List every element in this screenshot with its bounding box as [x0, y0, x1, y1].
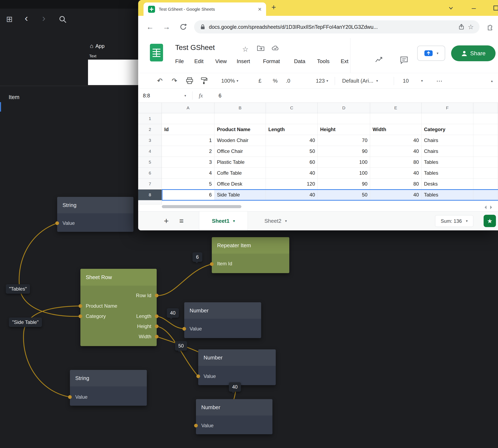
sum-badge[interactable]: Sum: 136▾ [435, 215, 473, 227]
node-string-bottom[interactable]: String Value [70, 370, 147, 406]
node-sheet-row[interactable]: Sheet Row Row Id Product Name Category L… [80, 269, 157, 346]
select-all-corner[interactable] [138, 103, 162, 113]
cell-F2[interactable]: Category [421, 124, 473, 135]
spreadsheet-grid[interactable]: ABCDEF 12345678 IdProduct NameLengthHeig… [138, 103, 498, 211]
row-header-8[interactable]: 8 [138, 190, 162, 200]
node-repeater-item[interactable]: Repeater Item Item Id [212, 237, 289, 273]
cell-C5[interactable]: 60 [266, 157, 318, 168]
present-button[interactable]: ▾ [417, 46, 445, 61]
port-value[interactable]: Value [203, 373, 216, 379]
row-header-1[interactable]: 1 [138, 113, 162, 124]
cell-B1[interactable] [215, 113, 266, 124]
cell-A6[interactable]: 4 [162, 168, 215, 178]
port-dot-product-name[interactable] [79, 304, 82, 308]
port-value[interactable]: Value [190, 326, 202, 332]
bookmark-star-icon[interactable]: ☆ [468, 23, 474, 31]
percent-format-button[interactable]: % [273, 73, 278, 88]
cell-G8[interactable] [473, 190, 498, 200]
cell-F5[interactable]: Tables [421, 157, 473, 168]
column-header-B[interactable]: B [215, 103, 266, 113]
share-page-icon[interactable] [458, 24, 465, 30]
cell-A7[interactable]: 5 [162, 178, 215, 190]
scroll-right-icon[interactable] [490, 206, 494, 209]
cloud-status-icon[interactable] [271, 45, 280, 51]
cell-A3[interactable]: 1 [162, 135, 215, 146]
port-dot-length[interactable] [155, 314, 159, 318]
cell-B8[interactable]: Side Table [215, 190, 266, 200]
cell-G1[interactable] [473, 113, 498, 124]
minimize-icon[interactable]: – [472, 0, 476, 16]
explore-button[interactable]: ★ [484, 215, 496, 227]
address-bar[interactable]: docs.google.com/spreadsheets/d/1D3IRuxIl… [194, 20, 480, 33]
cell-B3[interactable]: Wooden Chair [215, 135, 266, 146]
cell-E8[interactable]: 40 [370, 190, 421, 200]
port-item-id[interactable]: Item Id [217, 261, 232, 267]
cell-E4[interactable]: 40 [370, 146, 421, 157]
cell-F7[interactable]: Desks [421, 178, 473, 190]
nav-back-icon[interactable]: ← [146, 16, 154, 38]
node-number-width[interactable]: Number Value [196, 399, 272, 434]
cell-G5[interactable] [473, 157, 498, 168]
port-dot-height[interactable] [155, 324, 159, 328]
cell-D1[interactable] [318, 113, 370, 124]
port-dot[interactable] [183, 327, 186, 331]
paint-format-icon[interactable] [200, 73, 207, 88]
cell-F3[interactable]: Chairs [421, 135, 473, 146]
cell-B7[interactable]: Office Desk [215, 178, 266, 190]
port-dot[interactable] [196, 374, 200, 378]
tab-close-icon[interactable]: × [258, 6, 262, 13]
column-header-partial[interactable] [473, 103, 498, 113]
node-number-height[interactable]: Number Value [198, 349, 276, 385]
maximize-icon[interactable] [494, 0, 498, 16]
menu-ext[interactable]: Ext [341, 58, 349, 64]
wire-string-category[interactable] [19, 223, 80, 317]
port-value[interactable]: Value [75, 394, 88, 400]
cell-D7[interactable]: 90 [318, 178, 370, 190]
column-header-D[interactable]: D [318, 103, 370, 113]
cell-C6[interactable]: 40 [266, 168, 318, 178]
scroll-left-icon[interactable] [483, 206, 486, 209]
cell-D2[interactable]: Height [318, 124, 370, 135]
menu-format[interactable]: Format [263, 58, 280, 64]
cell-D5[interactable]: 100 [318, 157, 370, 168]
column-header-A[interactable]: A [162, 103, 215, 113]
menu-tools[interactable]: Tools [317, 58, 330, 64]
cell-A1[interactable] [162, 113, 215, 124]
port-product-name[interactable]: Product Name [86, 303, 117, 309]
cell-C1[interactable] [266, 113, 318, 124]
cell-C8[interactable]: 40 [266, 190, 318, 200]
comment-icon[interactable] [400, 56, 408, 64]
name-box[interactable]: 8:8 [143, 89, 150, 103]
port-height[interactable]: Height [137, 323, 151, 329]
browser-tab[interactable]: Test GSheet - Google Sheets × [144, 2, 266, 16]
nav-forward-icon[interactable]: → [163, 16, 170, 38]
cell-E5[interactable]: 80 [370, 157, 421, 168]
column-header-F[interactable]: F [421, 103, 473, 113]
port-length[interactable]: Length [136, 313, 151, 319]
trend-chart-icon[interactable] [375, 56, 383, 63]
port-dot-width[interactable] [155, 335, 159, 338]
column-header-E[interactable]: E [370, 103, 421, 113]
cell-E7[interactable]: 80 [370, 178, 421, 190]
font-select[interactable]: Default (Ari...▾ [342, 73, 378, 88]
redo-icon[interactable]: ↷ [172, 73, 177, 88]
sheet-tab-sheet2[interactable]: Sheet2▾ [256, 211, 296, 230]
sheets-logo-icon[interactable] [150, 44, 163, 62]
cell-A2[interactable]: Id [162, 124, 215, 135]
share-button[interactable]: Share [451, 46, 496, 61]
cell-D6[interactable]: 100 [318, 168, 370, 178]
row-header-2[interactable]: 2 [138, 124, 162, 135]
add-sheet-icon[interactable]: + [164, 211, 169, 230]
menu-insert[interactable]: Insert [237, 58, 250, 64]
port-dot-row-id[interactable] [155, 294, 159, 297]
cell-C4[interactable]: 50 [266, 146, 318, 157]
port-value[interactable]: Value [63, 220, 75, 226]
port-dot[interactable] [210, 262, 214, 266]
cell-A8[interactable]: 6 [162, 190, 215, 200]
row-header-3[interactable]: 3 [138, 135, 162, 146]
horizontal-scrollbar[interactable] [162, 205, 241, 208]
name-box-chevron-icon[interactable]: ▾ [184, 89, 186, 103]
document-title[interactable]: Test GSheet [175, 43, 215, 52]
cell-E3[interactable]: 40 [370, 135, 421, 146]
port-category[interactable]: Category [86, 313, 106, 319]
